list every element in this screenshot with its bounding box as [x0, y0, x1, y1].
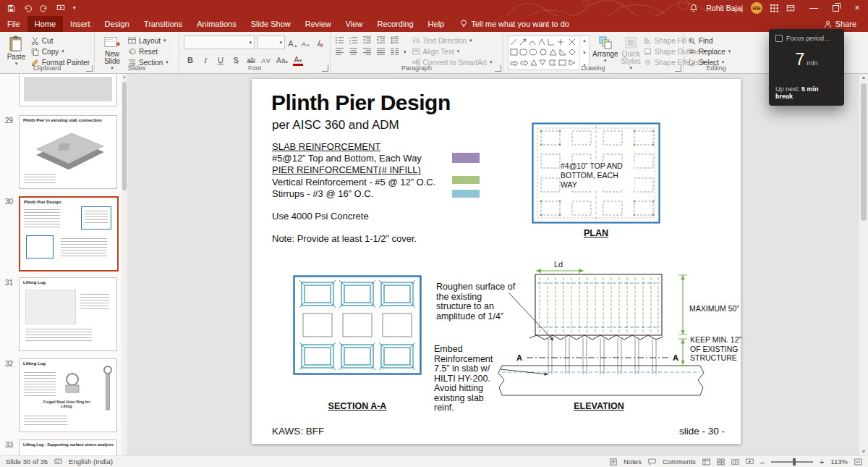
elevation-label[interactable]: ELEVATION — [541, 401, 657, 411]
align-center-icon[interactable] — [349, 48, 358, 56]
columns-icon[interactable] — [390, 48, 399, 56]
focus-period-toast[interactable]: Focus period… 7min Up next: 5 min break — [769, 29, 844, 106]
arrange-button[interactable]: Arrange ▾ — [592, 34, 618, 63]
tab-help[interactable]: Help — [421, 16, 452, 32]
tab-view[interactable]: View — [339, 16, 370, 32]
slide-canvas[interactable]: Plinth Pier Design per AISC 360 and ADM … — [252, 79, 741, 444]
text-shadow-button[interactable]: S — [231, 54, 241, 65]
character-spacing-button[interactable]: AV — [261, 54, 271, 65]
notes-toggle[interactable]: Notes — [624, 458, 642, 466]
slide-sorter-view-icon[interactable] — [717, 458, 725, 466]
customize-qat-caret-icon[interactable]: ▾ — [73, 6, 76, 10]
save-icon[interactable] — [7, 4, 15, 12]
paragraph-dialog-launcher[interactable] — [495, 65, 501, 72]
thumbnail-scrollbar-thumb[interactable] — [122, 82, 127, 190]
thumbnail-32[interactable]: Lifting Lug Forged Steel Hoist Ring for … — [19, 358, 117, 432]
thumbnail-31[interactable]: Lifting Lug — [19, 277, 117, 351]
plan-annotation[interactable]: #4@10” TOP AND BOTTOM, EACH WAY — [561, 161, 634, 190]
fit-to-window-icon[interactable] — [854, 458, 862, 466]
slide-subtitle[interactable]: per AISC 360 and ADM — [272, 118, 399, 132]
zoom-in-button[interactable]: + — [820, 458, 824, 466]
thumbnail-28[interactable] — [19, 73, 117, 106]
section-diagram[interactable] — [293, 275, 422, 375]
align-left-icon[interactable] — [335, 48, 344, 56]
editing-canvas[interactable]: Plinth Pier Design per AISC 360 and ADM … — [127, 73, 859, 456]
app-launcher-grid-icon[interactable] — [770, 4, 778, 12]
cut-button[interactable]: Cut — [31, 36, 90, 45]
zoom-slider-thumb[interactable] — [793, 458, 796, 466]
decrease-font-size-button[interactable]: A▼ — [301, 37, 311, 49]
tab-home[interactable]: Home — [27, 16, 63, 32]
minimize-button[interactable]: — — [803, 0, 825, 16]
thumbnail-scrollbar[interactable]: ▲ — [122, 73, 127, 456]
slide-footer-left[interactable]: KAWS: BFF — [272, 426, 324, 437]
tab-insert[interactable]: Insert — [63, 16, 98, 32]
gallery-down-icon[interactable]: ▼ — [582, 51, 587, 55]
start-presentation-icon[interactable] — [56, 4, 65, 12]
legend-swatch-green[interactable] — [452, 176, 480, 184]
zoom-slider[interactable] — [771, 461, 813, 463]
canvas-scroll-up-icon[interactable]: ▲ — [859, 73, 868, 82]
font-size-select[interactable]: ▾ — [258, 35, 285, 49]
thumbnail-scroll-up-icon[interactable]: ▲ — [122, 73, 127, 80]
user-name[interactable]: Rohit Bajaj — [706, 4, 743, 12]
font-dialog-launcher[interactable] — [322, 65, 328, 72]
font-name-select[interactable]: ▾ — [184, 35, 255, 49]
tab-transitions[interactable]: Transitions — [137, 16, 190, 32]
normal-view-icon[interactable] — [702, 458, 710, 466]
spellcheck-icon[interactable] — [54, 458, 62, 466]
restore-button[interactable] — [825, 0, 846, 16]
thumbnail-33[interactable]: Lifting Lug - Supporting surface stress … — [19, 439, 117, 456]
bold-button[interactable]: B — [185, 54, 195, 65]
notifications-bell-icon[interactable] — [689, 4, 698, 12]
tab-slide-show[interactable]: Slide Show — [244, 16, 298, 32]
language-status[interactable]: English (India) — [69, 458, 113, 466]
increase-indent-icon[interactable] — [376, 36, 386, 44]
legend-swatch-blue[interactable] — [452, 190, 480, 198]
underline-button[interactable]: U — [216, 54, 226, 65]
find-button[interactable]: Find — [688, 36, 731, 45]
zoom-level[interactable]: 113% — [830, 458, 848, 466]
clipboard-dialog-launcher[interactable] — [86, 65, 93, 72]
clear-formatting-button[interactable] — [314, 37, 324, 49]
tab-review[interactable]: Review — [298, 16, 339, 32]
thumbnail-30-selected[interactable]: Plinth Pier Design — [19, 196, 119, 272]
italic-button[interactable]: I — [200, 54, 210, 65]
replace-button[interactable]: Replace ▾ — [688, 47, 731, 56]
numbering-icon[interactable] — [349, 36, 358, 44]
layout-button[interactable]: Layout ▾ — [128, 36, 169, 45]
justify-icon[interactable] — [376, 48, 386, 56]
canvas-scrollbar[interactable]: ▲ ▼ — [859, 73, 868, 456]
increase-font-size-button[interactable]: A▲ — [288, 37, 298, 49]
keep-min-label[interactable]: KEEP MIN. 12” OF EXISTING STRUCTURE — [690, 335, 748, 363]
slideshow-view-icon[interactable] — [746, 458, 754, 466]
section-label[interactable]: SECTION A-A — [293, 401, 422, 411]
elevation-diagram[interactable]: Ld A A — [496, 260, 706, 402]
tab-file[interactable]: File — [0, 16, 27, 32]
tab-recording[interactable]: Recording — [370, 16, 420, 32]
slide-count-status[interactable]: Slide 30 of 35 — [6, 458, 48, 466]
reading-view-icon[interactable] — [731, 458, 739, 466]
paste-button[interactable]: Paste ▾ — [4, 34, 28, 66]
embed-annotation[interactable]: Embed Reinforcement 7.5” in slab w/ HILT… — [434, 345, 505, 413]
decrease-indent-icon[interactable] — [362, 36, 372, 44]
undo-icon[interactable] — [23, 4, 32, 12]
tab-design[interactable]: Design — [98, 16, 137, 32]
canvas-scrollbar-thumb[interactable] — [861, 83, 867, 221]
maximum-dimension-label[interactable]: MAXIMUM 50” — [689, 304, 739, 313]
reset-button[interactable]: Reset — [128, 47, 169, 56]
redo-icon[interactable] — [40, 4, 48, 12]
roughen-annotation[interactable]: Roughen surface of the existing structur… — [436, 282, 517, 321]
line-spacing-icon[interactable] — [390, 36, 399, 44]
slide-number-footer[interactable]: slide - 30 - — [679, 426, 725, 437]
drawing-dialog-launcher[interactable] — [675, 65, 681, 72]
slide-body-text[interactable]: SLAB REINFORCEMENT #5@12” Top and Bottom… — [272, 141, 435, 245]
bullets-icon[interactable] — [335, 36, 344, 44]
comments-toggle[interactable]: Comments — [663, 458, 696, 466]
change-case-button[interactable]: Aa▾ — [276, 54, 288, 65]
ribbon-display-options-icon[interactable] — [786, 4, 795, 12]
align-text-button[interactable]: Align Text ▾ — [412, 47, 493, 56]
close-button[interactable]: × — [846, 0, 868, 16]
align-right-icon[interactable] — [362, 48, 372, 56]
tell-me-box[interactable]: Tell me what you want to do — [451, 16, 578, 32]
